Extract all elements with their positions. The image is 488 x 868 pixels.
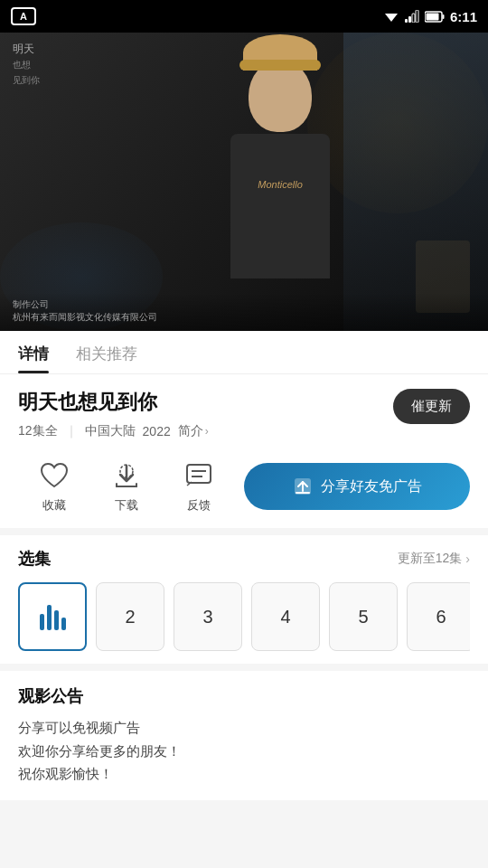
update-count: 更新至12集 <box>398 551 463 567</box>
meta-divider-1: ｜ <box>65 423 78 439</box>
announce-body: 分享可以免视频广告 欢迎你分享给更多的朋友！ 祝你观影愉快！ <box>18 716 470 786</box>
video-overlay-bottom: 制作公司 杭州有来而闻影视文化传媒有限公司 <box>0 293 488 331</box>
intro-arrow-icon: › <box>205 425 209 438</box>
episode-header: 选集 更新至12集 › <box>18 548 470 570</box>
svg-rect-9 <box>187 465 211 483</box>
android-icon: A <box>11 7 36 25</box>
episode-section-title: 选集 <box>18 548 51 570</box>
drama-info: 明天也想见到你 12集全 ｜ 中国大陆 2022 简介 › 催更新 <box>0 374 488 450</box>
svg-marker-0 <box>385 14 398 22</box>
svg-rect-7 <box>426 13 438 20</box>
video-overlay-top: 明天 也想 见到你 <box>0 33 488 97</box>
tab-details[interactable]: 详情 <box>18 344 49 373</box>
drama-title-group: 明天也想见到你 12集全 ｜ 中国大陆 2022 简介 › <box>18 389 209 439</box>
bar-1 <box>40 614 44 630</box>
video-player[interactable]: Monticello 明天 也想 见到你 制作公司 杭州有来而闻影视文化传媒有限… <box>0 33 488 331</box>
intro-label: 简介 <box>178 423 203 439</box>
battery-icon <box>425 11 445 23</box>
episode-section: 选集 更新至12集 › 2 3 4 5 6 <box>0 535 488 664</box>
svg-rect-3 <box>412 14 415 23</box>
signal-icon <box>405 10 419 23</box>
svg-rect-4 <box>416 10 418 23</box>
collect-icon <box>38 459 70 492</box>
episode-button-2[interactable]: 2 <box>96 582 164 651</box>
action-row: 收藏 下载 反馈 <box>0 450 488 528</box>
person-body: Monticello <box>230 134 330 278</box>
playing-bars-icon <box>40 603 66 630</box>
episode-button-3[interactable]: 3 <box>174 582 242 651</box>
download-action[interactable]: 下载 <box>90 459 163 514</box>
video-caption: 制作公司 杭州有来而闻影视文化传媒有限公司 <box>13 298 475 324</box>
intro-link[interactable]: 简介 › <box>178 423 209 439</box>
announce-line-1: 分享可以免视频广告 <box>18 716 470 740</box>
announce-line-2: 欢迎你分享给更多的朋友！ <box>18 740 470 763</box>
share-icon <box>292 476 314 497</box>
episode-button-6[interactable]: 6 <box>407 582 470 651</box>
episodes-count: 12集全 <box>18 423 58 439</box>
episode-button-1[interactable] <box>18 582 87 651</box>
status-bar-right: 6:11 <box>383 9 477 24</box>
download-icon <box>110 459 143 492</box>
share-btn-label: 分享好友免广告 <box>321 477 422 496</box>
episode-grid: 2 3 4 5 6 <box>18 582 470 651</box>
svg-rect-1 <box>405 19 408 23</box>
bar-3 <box>54 610 59 630</box>
svg-rect-2 <box>408 16 411 23</box>
tabs-bar: 详情 相关推荐 <box>0 331 488 374</box>
episode-button-5[interactable]: 5 <box>329 582 398 651</box>
bar-2 <box>47 605 52 630</box>
announce-title: 观影公告 <box>18 685 470 707</box>
collect-action[interactable]: 收藏 <box>18 459 90 514</box>
video-title-overlay: 明天 也想 见到你 <box>13 42 40 88</box>
status-bar: A 6:11 <box>0 0 488 33</box>
status-bar-left: A <box>11 7 36 25</box>
share-friends-button[interactable]: 分享好友免广告 <box>244 463 470 510</box>
feedback-icon <box>183 459 215 492</box>
feedback-label: 反馈 <box>187 497 211 514</box>
drama-year: 2022 <box>143 424 171 439</box>
update-button[interactable]: 催更新 <box>393 389 470 424</box>
svg-rect-6 <box>442 14 444 19</box>
episode-arrow-icon: › <box>465 552 470 566</box>
wifi-icon <box>383 10 399 23</box>
bar-4 <box>61 618 66 630</box>
status-time: 6:11 <box>450 9 477 24</box>
episode-update-text: 更新至12集 › <box>398 551 470 567</box>
person-body-text: Monticello <box>258 179 303 190</box>
drama-meta: 12集全 ｜ 中国大陆 2022 简介 › <box>18 423 209 439</box>
drama-region: 中国大陆 <box>85 423 136 439</box>
download-label: 下载 <box>115 497 138 514</box>
title-row: 明天也想见到你 12集全 ｜ 中国大陆 2022 简介 › 催更新 <box>18 389 470 439</box>
collect-label: 收藏 <box>42 497 66 514</box>
feedback-action[interactable]: 反馈 <box>163 459 235 514</box>
drama-title: 明天也想见到你 <box>18 389 209 416</box>
announce-line-3: 祝你观影愉快！ <box>18 762 470 786</box>
announcement-section: 观影公告 分享可以免视频广告 欢迎你分享给更多的朋友！ 祝你观影愉快！ <box>0 671 488 800</box>
episode-button-4[interactable]: 4 <box>251 582 320 651</box>
tab-related[interactable]: 相关推荐 <box>76 344 137 373</box>
